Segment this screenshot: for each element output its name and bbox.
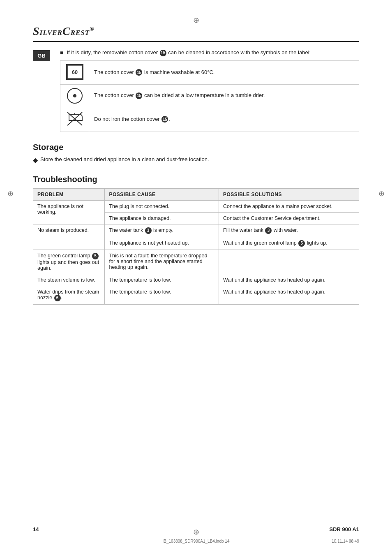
- header-solution: POSSIBLE SOLUTIONS: [219, 188, 359, 200]
- tumble-dry-symbol: [67, 88, 83, 104]
- lang-badge: GB: [33, 50, 50, 61]
- table-row: Water drips from the steam nozzle 6. The…: [33, 286, 359, 304]
- num-5-problem: 5: [92, 253, 99, 259]
- problem-no-steam: No steam is produced.: [33, 224, 105, 250]
- header-cause: POSSIBLE CAUSE: [105, 188, 219, 200]
- solution-wait-green: Wait until the green control lamp 5 ligh…: [219, 237, 359, 250]
- solution-wait-heat-2: Wait until the appliance has heated up a…: [219, 286, 359, 304]
- lang-content: ■ If it is dirty, the removable cotton c…: [60, 49, 359, 132]
- num-15-tumble: 15: [136, 92, 142, 99]
- tumble-dry-text: The cotton cover 15 can be dried at a lo…: [89, 84, 359, 107]
- file-name: IB_103808_SDR900A1_LB4.indb 14: [163, 539, 230, 543]
- header-problem: PROBLEM: [33, 188, 105, 200]
- wash-symbol-cell: 60: [60, 60, 89, 84]
- main-content: SilverCrest® GB ■ If it is dirty, the re…: [0, 0, 392, 329]
- table-row: The appliance is not working. The plug i…: [33, 200, 359, 212]
- num-5-solution: 5: [298, 240, 305, 247]
- brand-name: SilverCrest®: [33, 25, 95, 38]
- no-iron-symbol-cell: [60, 107, 89, 132]
- crop-mark-right-bottom: [377, 510, 377, 522]
- solution-wait-heat-1: Wait until the appliance has heated up a…: [219, 274, 359, 286]
- num-15-wash: 15: [136, 69, 142, 76]
- brand-header: SilverCrest®: [33, 25, 359, 42]
- laundry-row-no-iron: Do not iron the cotton cover 15.: [60, 107, 359, 132]
- cause-water-empty: The water tank 3 is empty.: [105, 224, 219, 237]
- solution-dash: -: [219, 250, 359, 274]
- page: ⊕ ⊕ ⊕ SilverCrest® GB ■ If it is dirty, …: [0, 0, 392, 555]
- storage-item: ◆ Store the cleaned and dried appliance …: [33, 156, 359, 164]
- footer-file: IB_103808_SDR900A1_LB4.indb 14: [163, 539, 230, 543]
- diamond-bullet-icon: ◆: [33, 156, 38, 164]
- svg-text:60: 60: [71, 69, 77, 75]
- num-15-iron: 15: [161, 116, 168, 123]
- table-row: No steam is produced. The water tank 3 i…: [33, 224, 359, 237]
- troubleshooting-title: Troubleshooting: [33, 175, 359, 184]
- page-number: 14: [33, 526, 39, 532]
- cause-temp-low-2: The temperature is too low.: [105, 286, 219, 304]
- intro-bullet: ■ If it is dirty, the removable cotton c…: [60, 49, 359, 56]
- problem-not-working: The appliance is not working.: [33, 200, 105, 224]
- wash-60-symbol: 60: [66, 64, 83, 80]
- problem-steam-low: The steam volume is low.: [33, 274, 105, 286]
- reg-mark-bottom: ⊕: [193, 527, 199, 536]
- problem-water-drips: Water drips from the steam nozzle 6.: [33, 286, 105, 304]
- footer-date: 10.11.14 08:49: [332, 539, 359, 543]
- num-15-intro: 15: [160, 50, 166, 56]
- table-row: The green control lamp 5 lights up and t…: [33, 250, 359, 274]
- laundry-row-wash: 60 The cotton cover 15 is machine washab…: [60, 60, 359, 84]
- table-header-row: PROBLEM POSSIBLE CAUSE POSSIBLE SOLUTION…: [33, 188, 359, 200]
- trademark: ®: [90, 26, 94, 32]
- crop-mark-left-bottom: [15, 510, 15, 522]
- cause-temp-low-1: The temperature is too low.: [105, 274, 219, 286]
- crop-mark-left-top: [15, 45, 15, 58]
- reg-mark-right: ⊕: [378, 189, 385, 198]
- solution-contact: Contact the Customer Service department.: [219, 212, 359, 224]
- num-3-solution: 3: [265, 227, 272, 234]
- storage-text: Store the cleaned and dried appliance in…: [40, 156, 209, 162]
- troubleshooting-table: PROBLEM POSSIBLE CAUSE POSSIBLE SOLUTION…: [33, 188, 359, 305]
- solution-connect: Connect the appliance to a mains power s…: [219, 200, 359, 212]
- cause-damaged: The appliance is damaged.: [105, 212, 219, 224]
- laundry-table: 60 The cotton cover 15 is machine washab…: [60, 60, 359, 132]
- problem-green-lamp: The green control lamp 5 lights up and t…: [33, 250, 105, 274]
- lang-section: GB ■ If it is dirty, the removable cotto…: [33, 49, 359, 132]
- storage-title: Storage: [33, 143, 359, 152]
- cause-not-heated: The appliance is not yet heated up.: [105, 237, 219, 250]
- model-number: SDR 900 A1: [330, 526, 360, 532]
- bullet-square: ■: [60, 49, 63, 56]
- tumble-symbol-cell: [60, 84, 89, 107]
- tumble-dot: [73, 94, 76, 97]
- reg-mark-left: ⊕: [7, 189, 14, 198]
- laundry-row-tumble: The cotton cover 15 can be dried at a lo…: [60, 84, 359, 107]
- num-3-cause: 3: [145, 227, 152, 234]
- no-iron-text: Do not iron the cotton cover 15.: [89, 107, 359, 132]
- intro-text: If it is dirty, the removable cotton cov…: [67, 49, 311, 56]
- cause-plug: The plug is not connected.: [105, 200, 219, 212]
- num-6-problem: 6: [54, 295, 61, 301]
- no-iron-symbol: [66, 111, 84, 127]
- crop-mark-right-top: [377, 45, 377, 58]
- cause-not-fault: This is not a fault: the temperature dro…: [105, 250, 219, 274]
- reg-mark-top: ⊕: [193, 16, 199, 25]
- table-row: The steam volume is low. The temperature…: [33, 274, 359, 286]
- wash-60-text: The cotton cover 15 is machine washable …: [89, 60, 359, 84]
- solution-fill-water: Fill the water tank 3 with water.: [219, 224, 359, 237]
